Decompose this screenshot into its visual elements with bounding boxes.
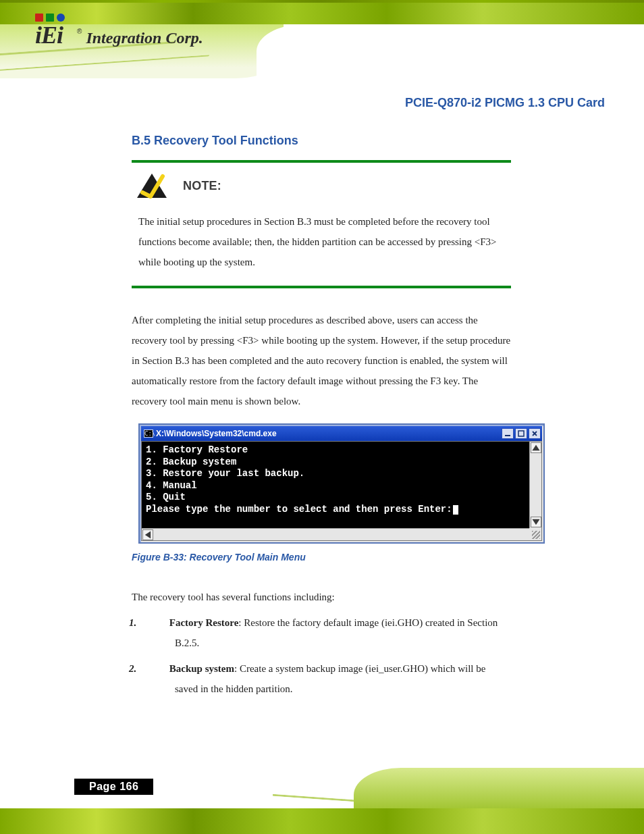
page-number: Page 166 [74, 779, 153, 795]
footer-banner: Page 166 [0, 766, 644, 834]
cmd-title: X:\Windows\System32\cmd.exe [153, 429, 502, 438]
function-details: The recovery tool has several functions … [132, 587, 511, 699]
scroll-up-button[interactable] [531, 442, 541, 453]
note-text: The initial setup procedures in Section … [138, 211, 504, 272]
details-item-title: Backup system [169, 663, 234, 674]
note-callout: NOTE: The initial setup procedures in Se… [132, 160, 511, 288]
close-button[interactable] [529, 428, 541, 439]
cmd-titlebar: C:\ X:\Windows\System32\cmd.exe [141, 426, 542, 441]
note-rule-bottom [132, 286, 511, 288]
details-item: 2. Backup system: Create a system backup… [132, 658, 511, 699]
vertical-scrollbar[interactable] [529, 442, 541, 528]
scroll-left-button[interactable] [142, 529, 153, 540]
svg-marker-4 [532, 519, 539, 525]
scroll-down-button[interactable] [531, 517, 541, 527]
scroll-track[interactable] [530, 454, 541, 516]
svg-rect-2 [518, 431, 524, 436]
brand-wordmark: Integration Corp. [86, 30, 203, 50]
cmd-line: 1. Factory Restore [146, 444, 525, 457]
product-title: PCIE-Q870-i2 PICMG 1.3 CPU Card [405, 96, 605, 110]
minimize-button[interactable] [502, 428, 514, 439]
cmd-line: 4. Manual [146, 480, 525, 492]
header-banner: iEi ® Integration Corp. [0, 0, 644, 76]
horizontal-scrollbar[interactable] [142, 528, 541, 540]
page-content: B.5 Recovery Tool Functions NOTE: The in… [132, 134, 511, 699]
footer-pattern [0, 808, 644, 834]
details-item-index: 2. [152, 663, 167, 675]
brand-mark-icon: iEi [35, 12, 73, 50]
cmd-line: 3. Restore your last backup. [146, 468, 525, 480]
brand-mark-text: iEi [35, 23, 63, 47]
section-heading: B.5 Recovery Tool Functions [132, 134, 511, 148]
cmd-app-icon: C:\ [144, 429, 153, 438]
cmd-line: Please type the number to select and the… [146, 504, 452, 515]
details-item-index: 1. [152, 617, 167, 629]
svg-marker-3 [532, 445, 539, 450]
maximize-button[interactable] [515, 428, 527, 439]
resize-grip-icon[interactable] [529, 528, 541, 540]
cmd-window: C:\ X:\Windows\System32\cmd.exe 1. Facto… [138, 423, 545, 544]
cmd-line: 2. Backup system [146, 457, 525, 469]
cmd-client-area: 1. Factory Restore 2. Backup system 3. R… [141, 441, 542, 541]
details-lead: The recovery tool has several functions … [132, 587, 511, 607]
brand-registered: ® [77, 12, 82, 35]
footer-curve [354, 768, 644, 808]
svg-rect-1 [505, 435, 510, 436]
svg-marker-5 [145, 531, 151, 538]
intro-paragraph: After completing the initial setup proce… [132, 310, 511, 411]
brand-logo: iEi ® Integration Corp. [35, 12, 203, 50]
cmd-output: 1. Factory Restore 2. Backup system 3. R… [142, 442, 529, 528]
details-item: 1. Factory Restore: Restore the factory … [132, 613, 511, 653]
figure-caption: Figure B-33: Recovery Tool Main Menu [132, 552, 511, 563]
cmd-line: 5. Quit [146, 492, 525, 504]
note-icon [136, 172, 168, 199]
cmd-cursor [453, 505, 458, 515]
header-curve-right [257, 24, 644, 78]
scroll-track[interactable] [154, 529, 529, 540]
details-item-title: Factory Restore [169, 617, 239, 628]
note-label: NOTE: [183, 179, 221, 193]
footer-swoosh [273, 777, 354, 802]
